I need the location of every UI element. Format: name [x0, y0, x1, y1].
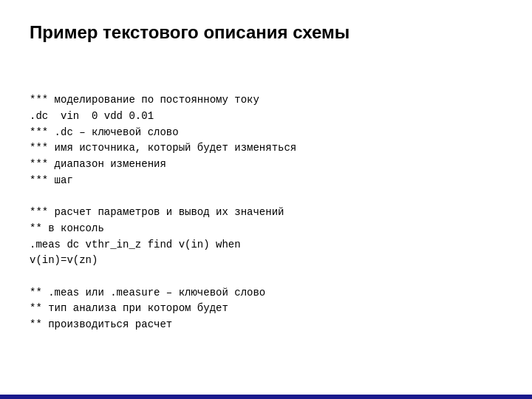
- code-line: *** диапазон изменения: [30, 157, 502, 173]
- code-line: [30, 189, 502, 205]
- code-line: ** .meas или .measure – ключевой слово: [30, 285, 502, 301]
- code-line: *** .dc – ключевой слово: [30, 125, 502, 141]
- slide-title: Пример текстового описания схемы: [30, 22, 502, 43]
- code-line: *** расчет параметров и вывод их значени…: [30, 205, 502, 221]
- code-line: ** производиться расчет: [30, 317, 502, 333]
- code-block: *** моделирование по постоянному току.dc…: [30, 61, 502, 333]
- code-line: [30, 269, 502, 285]
- code-line: *** шаг: [30, 173, 502, 189]
- code-line: .meas dc vthr_in_z find v(in) when: [30, 237, 502, 253]
- slide-container: Пример текстового описания схемы *** мод…: [0, 0, 532, 399]
- code-line: .dc vin 0 vdd 0.01: [30, 109, 502, 125]
- code-line: ** тип анализа при котором будет: [30, 301, 502, 317]
- code-line: v(in)=v(zn): [30, 253, 502, 269]
- bottom-bar: [0, 395, 532, 399]
- code-line: *** моделирование по постоянному току: [30, 92, 502, 109]
- code-line: ** в консоль: [30, 221, 502, 237]
- code-line: *** имя источника, который будет изменят…: [30, 140, 502, 157]
